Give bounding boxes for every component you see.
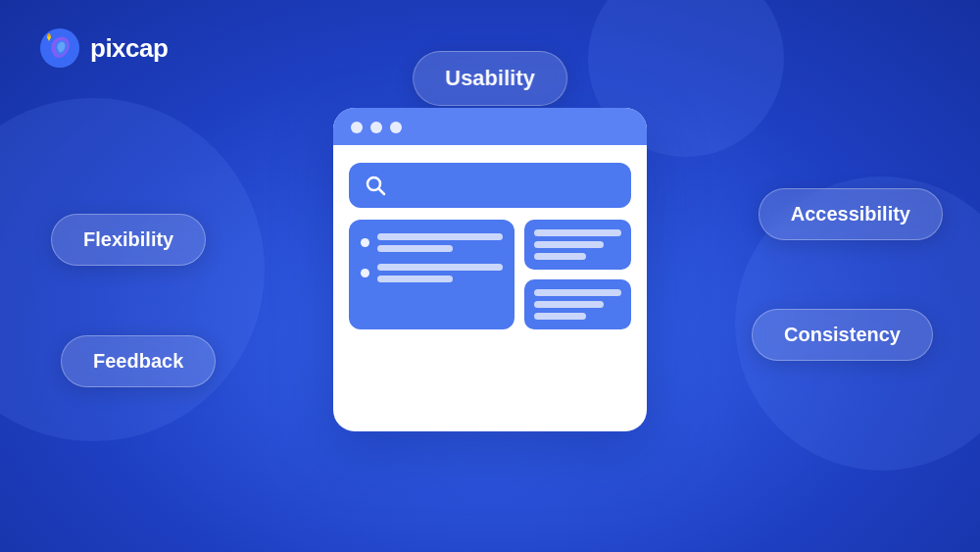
block-line-1c (534, 253, 586, 260)
list-lines-1 (377, 233, 503, 252)
browser-body (333, 145, 647, 343)
list-line-1a (377, 233, 503, 240)
pill-feedback: Feedback (61, 335, 216, 387)
block-line-1a (534, 229, 621, 236)
list-line-2b (377, 276, 453, 282)
list-dot-2 (361, 269, 369, 277)
right-block-2 (524, 279, 631, 329)
left-panel (349, 220, 514, 329)
search-icon (365, 175, 386, 196)
pill-consistency: Consistency (752, 309, 933, 361)
svg-line-4 (379, 189, 385, 195)
right-block-1 (524, 220, 631, 270)
block-line-2a (534, 289, 621, 296)
right-panel (524, 220, 631, 329)
content-area (349, 220, 631, 329)
search-bar (349, 163, 631, 208)
browser-topbar (333, 108, 647, 145)
list-lines-2 (377, 264, 503, 282)
block-line-2b (534, 301, 604, 308)
pill-accessibility: Accessibility (759, 188, 943, 240)
list-dot-1 (361, 238, 369, 247)
logo-text: pixcap (90, 33, 168, 64)
list-item-1 (361, 233, 503, 252)
browser-window (333, 108, 647, 431)
browser-dot-3 (390, 122, 402, 133)
pill-flexibility: Flexibility (51, 214, 206, 266)
list-item-2 (361, 264, 503, 282)
logo: pixcap (39, 27, 168, 69)
list-line-1b (377, 245, 453, 252)
block-line-1b (534, 241, 604, 248)
pill-usability: Usability (413, 51, 567, 106)
browser-dot-1 (351, 122, 363, 133)
list-line-2a (377, 264, 503, 271)
block-line-2c (534, 313, 586, 320)
logo-icon (39, 27, 80, 69)
browser-dot-2 (370, 122, 382, 133)
